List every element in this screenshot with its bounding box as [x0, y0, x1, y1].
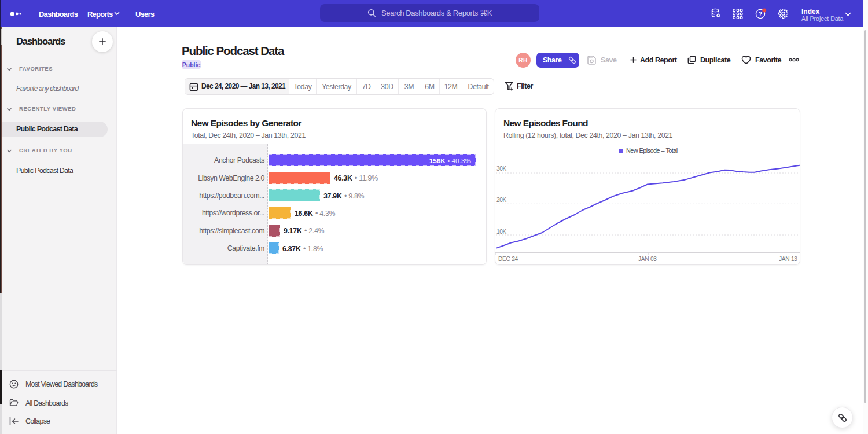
svg-text:?: ?: [759, 10, 762, 17]
